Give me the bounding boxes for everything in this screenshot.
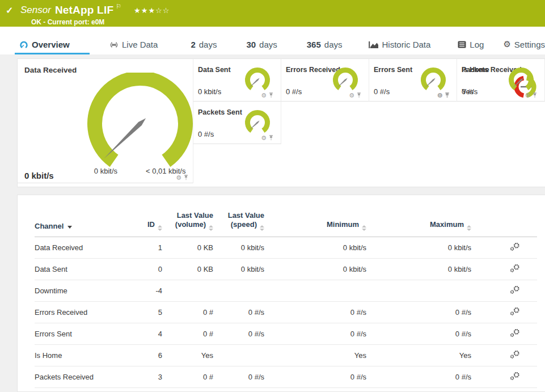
sort-icon: [362, 225, 366, 231]
sort-icon: [209, 225, 213, 231]
small-gauge-dial: [329, 66, 361, 95]
tab-overview[interactable]: Overview: [15, 40, 90, 54]
column-header-actions: [471, 211, 537, 237]
channels-table: Channel ID Last Value(volume) Last Value…: [35, 211, 537, 392]
channels-table-panel: Channel ID Last Value(volume) Last Value…: [17, 195, 545, 392]
small-gauge-dial: [242, 66, 273, 95]
tab-365-days[interactable]: 365 days: [302, 40, 347, 54]
tab-settings[interactable]: ⚙ Settings: [498, 39, 545, 54]
page-title: NetApp LIF: [55, 4, 113, 16]
table-row: Is Home 6 Yes Yes Yes: [35, 345, 537, 366]
table-row: Errors Received 5 0 # 0 #/s 0 #/s 0 #/s: [35, 302, 537, 323]
primary-gauge-dial: [83, 73, 197, 174]
tile-data-sent[interactable]: Data Sent 0 kbit/s ⚙: [193, 59, 281, 102]
tab-bar: Overview Live Data 2 days 30 days 365 da…: [0, 27, 545, 54]
gauge-icon: [19, 40, 28, 49]
gauges-panel: Data Received 0 kbit/s < 0,01 kbit/s 0 k…: [17, 58, 545, 187]
gear-icon: ⚙: [503, 39, 510, 49]
tile-packets-sent[interactable]: Packets Sent 0 #/s ⚙: [193, 102, 281, 144]
status-ok-check-icon: ✓: [6, 5, 16, 16]
tab-30-days[interactable]: 30 days: [242, 40, 281, 54]
small-gauge-dial: [505, 66, 537, 95]
tab-historic-data[interactable]: Historic Data: [364, 40, 436, 54]
sort-icon: [467, 225, 471, 231]
tab-log[interactable]: Log: [453, 40, 488, 54]
small-gauge-dial: [417, 66, 449, 95]
table-row: Data Received 1 0 KB 0 kbit/s 0 kbit/s 0…: [35, 237, 537, 259]
pin-icon[interactable]: [445, 92, 450, 99]
pin-icon[interactable]: [268, 134, 274, 141]
log-list-icon: [458, 41, 466, 48]
channel-gear-icon[interactable]: ⚙: [261, 92, 267, 99]
column-header-channel[interactable]: Channel: [35, 211, 145, 237]
table-row: Errors Sent 4 0 # 0 #/s 0 #/s 0 #/s: [35, 323, 537, 345]
column-header-maximum[interactable]: Maximum: [366, 211, 471, 237]
overview-content: Data Received 0 kbit/s < 0,01 kbit/s 0 k…: [0, 54, 545, 392]
sort-desc-icon: [67, 226, 72, 229]
sort-icon: [260, 225, 264, 231]
channel-settings-gears-icon[interactable]: [510, 350, 520, 361]
tile-packets-received[interactable]: Packets Received 0 #/s ⚙: [457, 59, 545, 102]
channel-settings-gears-icon[interactable]: [510, 264, 520, 275]
pin-icon[interactable]: [532, 92, 538, 99]
column-header-minimum[interactable]: Minimum: [264, 211, 366, 237]
tab-live-data[interactable]: Live Data: [105, 40, 162, 54]
pin-icon[interactable]: [356, 92, 362, 99]
channel-gear-icon[interactable]: ⚙: [437, 92, 443, 99]
table-row: Packets Sent 2 0 # 0 #/s 0 #/s 0 #/s: [35, 388, 537, 392]
table-row: Data Sent 0 0 KB 0 kbit/s 0 kbit/s 0 kbi…: [35, 259, 537, 280]
broadcast-icon: [109, 41, 119, 49]
channel-gear-icon[interactable]: ⚙: [261, 135, 267, 141]
primary-gauge-value: 0 kbit/s: [24, 171, 54, 180]
flag-icon: ⚐: [116, 3, 121, 10]
gauge-scale-min: 0 kbit/s: [85, 167, 117, 175]
channel-gear-icon[interactable]: ⚙: [525, 92, 530, 99]
channel-settings-gears-icon[interactable]: [510, 328, 520, 339]
tile-errors-received[interactable]: Errors Received 0 #/s ⚙: [281, 59, 369, 102]
sort-icon: [158, 225, 162, 231]
channel-settings-gears-icon[interactable]: [510, 242, 520, 253]
area-chart-icon: [369, 41, 379, 49]
small-gauge-tiles: Data Sent 0 kbit/s ⚙ Errors Received 0 #…: [193, 59, 545, 144]
primary-gauge-label: Data Received: [24, 66, 77, 74]
table-header-row: Channel ID Last Value(volume) Last Value…: [35, 211, 537, 237]
channel-gear-icon[interactable]: ⚙: [349, 92, 354, 99]
channel-settings-gears-icon[interactable]: [510, 307, 520, 318]
table-row: Packets Received 3 0 # 0 #/s 0 #/s 0 #/s: [35, 366, 537, 388]
priority-stars[interactable]: ★★★☆☆: [134, 6, 170, 15]
tab-2-days[interactable]: 2 days: [186, 40, 221, 54]
column-header-last-value-speed[interactable]: Last Value(speed): [213, 211, 264, 237]
channel-gear-icon[interactable]: ⚙: [176, 175, 181, 181]
table-row: Downtime -4: [35, 280, 537, 302]
primary-gauge-tile[interactable]: Data Received 0 kbit/s < 0,01 kbit/s 0 k…: [18, 59, 193, 183]
column-header-last-value-volume[interactable]: Last Value(volume): [162, 211, 213, 237]
channel-settings-gears-icon[interactable]: [510, 285, 520, 296]
small-gauge-dial: [242, 109, 273, 137]
sensor-status-message: OK - Current port: e0M: [31, 18, 545, 26]
channel-settings-gears-icon[interactable]: [510, 372, 520, 382]
pin-icon[interactable]: [268, 92, 274, 99]
pin-icon[interactable]: [183, 174, 189, 181]
sensor-status-bar: ✓ Sensor NetApp LIF ⚐ ★★★☆☆ OK - Current…: [0, 0, 545, 27]
column-header-id[interactable]: ID: [145, 211, 162, 237]
object-kind-label: Sensor: [20, 5, 51, 16]
